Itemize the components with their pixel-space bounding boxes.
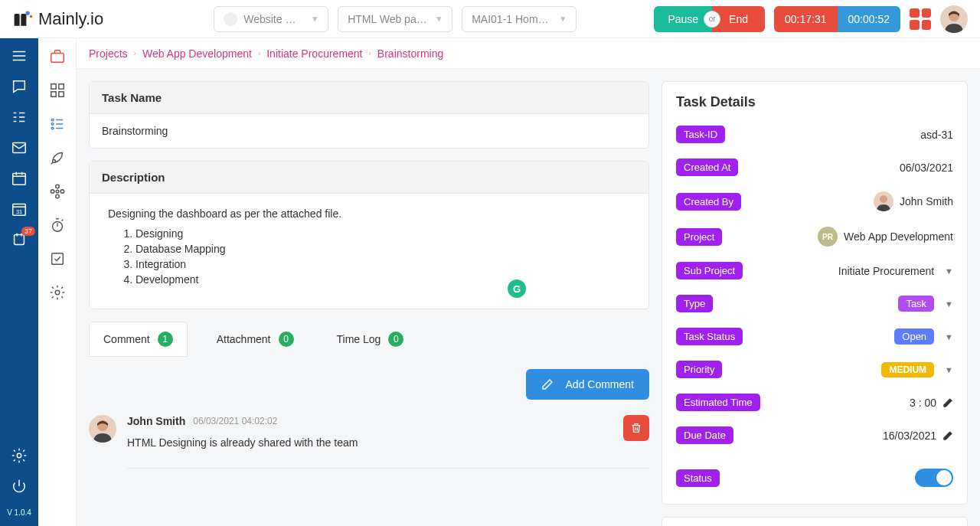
comment-item: John Smith 06/03/2021 04:02:02 HTML Desi… xyxy=(89,412,649,462)
apps-grid-icon[interactable] xyxy=(910,8,931,30)
description-body[interactable]: Designing the dashboard as per the attac… xyxy=(90,194,648,309)
svg-rect-11 xyxy=(58,84,63,89)
description-item: Database Mapping xyxy=(136,241,630,256)
svg-point-17 xyxy=(56,190,59,193)
mail-icon[interactable] xyxy=(11,139,28,156)
value-taskid: asd-31 xyxy=(920,129,953,141)
timer-session: 00:00:52 xyxy=(838,6,901,32)
svg-rect-4 xyxy=(13,174,26,185)
top-select-html-label: HTML Web pa… xyxy=(348,13,426,25)
breadcrumb-brainstorming[interactable]: Brainstorming xyxy=(377,47,443,60)
menu-icon[interactable] xyxy=(11,47,28,64)
list-icon[interactable] xyxy=(48,115,67,133)
value-subproject: Initiate Procurement xyxy=(838,265,934,277)
tab-timelog-count: 0 xyxy=(388,332,403,347)
created-by-avatar xyxy=(874,191,893,211)
description-card: Description Designing the dashboard as p… xyxy=(89,161,649,309)
chevron-right-icon: › xyxy=(369,49,371,57)
detail-row-status[interactable]: Task Status Open ▼ xyxy=(662,320,967,353)
briefcase-icon[interactable] xyxy=(48,47,67,66)
grammarly-icon[interactable]: G xyxy=(508,279,526,298)
task-name-value[interactable]: Brainstorming xyxy=(90,114,648,148)
detail-row-type[interactable]: Type Task ▼ xyxy=(662,287,967,320)
detail-row-due[interactable]: Due Date 16/03/2021 xyxy=(662,419,967,452)
description-item: Designing xyxy=(136,226,630,241)
tab-comment[interactable]: Comment 1 xyxy=(89,322,188,357)
add-comment-button[interactable]: Add Comment xyxy=(526,369,649,400)
value-created-by: John Smith xyxy=(900,195,953,207)
top-select-website-label: Website … xyxy=(243,13,296,25)
tasks-icon[interactable] xyxy=(11,109,28,126)
breadcrumb-webapp[interactable]: Web App Development xyxy=(142,47,252,60)
chevron-down-icon: ▼ xyxy=(311,15,318,23)
calendar-icon[interactable] xyxy=(11,170,28,187)
svg-point-0 xyxy=(26,11,30,15)
chip-priority: Priority xyxy=(676,361,722,378)
task-details-header: Task Details xyxy=(662,82,967,118)
chip-subproject: Sub Project xyxy=(676,262,743,279)
detail-row-status-toggle: Status xyxy=(662,461,967,495)
value-estimated: 3 : 00 xyxy=(910,397,936,409)
top-select-mai[interactable]: MAI01-1 Hom… ▼ xyxy=(462,6,577,32)
chip-due: Due Date xyxy=(676,426,733,444)
tab-attachment-label: Attachment xyxy=(217,333,271,345)
breadcrumb-projects[interactable]: Projects xyxy=(89,47,128,60)
svg-text:31: 31 xyxy=(16,208,22,215)
notification-icon[interactable]: 37 xyxy=(11,231,28,248)
settings-icon[interactable] xyxy=(11,447,28,464)
delete-comment-button[interactable] xyxy=(623,415,649,441)
svg-rect-10 xyxy=(51,84,55,89)
notification-badge: 37 xyxy=(21,227,35,236)
comment-time: 06/03/2021 04:02:02 xyxy=(193,416,277,426)
top-select-html[interactable]: HTML Web pa… ▼ xyxy=(338,6,452,32)
calendar-31-icon[interactable]: 31 xyxy=(11,201,28,217)
chip-estimated: Estimated Time xyxy=(676,394,760,411)
svg-point-19 xyxy=(55,194,59,198)
status-toggle[interactable] xyxy=(915,469,953,487)
top-select-website[interactable]: Website … ▼ xyxy=(214,6,328,32)
user-avatar[interactable] xyxy=(940,5,968,33)
flower-icon[interactable] xyxy=(48,182,67,201)
rocket-icon[interactable] xyxy=(48,149,67,167)
timer-total: 00:17:31 xyxy=(774,6,838,32)
stopwatch-icon[interactable] xyxy=(48,216,67,234)
assigned-to-header: Assigned To xyxy=(662,518,967,526)
value-priority: MEDIUM xyxy=(881,362,934,377)
svg-rect-9 xyxy=(51,53,64,62)
task-name-header: Task Name xyxy=(90,82,648,114)
brand-logo[interactable]: Mainly.io xyxy=(12,9,103,29)
tab-attachment[interactable]: Attachment 0 xyxy=(203,322,308,357)
pencil-icon[interactable] xyxy=(942,397,953,408)
description-item: Integration xyxy=(136,256,630,272)
checklist-icon[interactable] xyxy=(48,250,67,268)
svg-point-15 xyxy=(51,123,54,126)
power-icon[interactable] xyxy=(11,478,28,495)
dashboard-icon[interactable] xyxy=(48,81,67,100)
svg-point-18 xyxy=(55,185,59,188)
tab-timelog-label: Time Log xyxy=(337,333,381,345)
tab-timelog[interactable]: Time Log 0 xyxy=(323,322,418,357)
detail-row-estimated[interactable]: Estimated Time 3 : 00 xyxy=(662,386,967,419)
detail-row-priority[interactable]: Priority MEDIUM ▼ xyxy=(662,353,967,386)
svg-rect-23 xyxy=(51,253,63,265)
value-project: Web App Development xyxy=(844,230,953,243)
detail-row-subproject[interactable]: Sub Project Initiate Procurement ▼ xyxy=(662,254,967,287)
chip-taskid: Task-ID xyxy=(676,126,725,143)
tab-comment-label: Comment xyxy=(103,333,150,345)
pencil-icon[interactable] xyxy=(942,430,953,441)
pause-end-group: Pause or End xyxy=(654,6,765,32)
task-name-card: Task Name Brainstorming xyxy=(89,81,649,149)
svg-point-20 xyxy=(51,190,54,194)
value-created-at: 06/03/2021 xyxy=(900,162,953,174)
svg-point-26 xyxy=(880,195,887,203)
chat-icon[interactable] xyxy=(11,78,28,95)
chevron-down-icon: ▼ xyxy=(435,15,443,23)
gear-icon[interactable] xyxy=(48,283,67,302)
chevron-down-icon: ▼ xyxy=(945,299,953,309)
chevron-down-icon: ▼ xyxy=(945,266,953,276)
svg-point-1 xyxy=(30,15,33,18)
pause-or-label: or xyxy=(704,11,720,28)
breadcrumb-initiate[interactable]: Initiate Procurement xyxy=(266,47,362,60)
detail-row-created-at: Created At 06/03/2021 xyxy=(662,151,967,184)
description-intro: Designing the dashboard as per the attac… xyxy=(108,207,630,220)
